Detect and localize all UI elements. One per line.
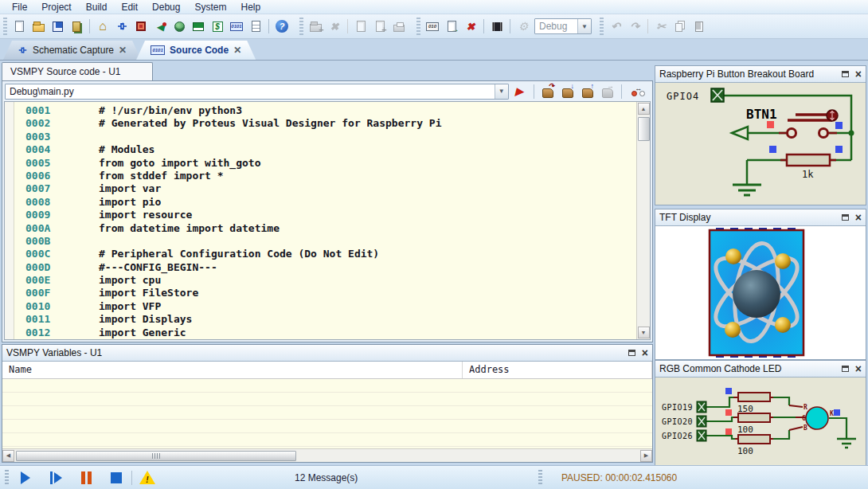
help-button[interactable]: ?: [272, 17, 291, 36]
menu-item[interactable]: Debug: [145, 1, 187, 14]
code-line[interactable]: 0007 import var: [14, 182, 636, 195]
code-line[interactable]: 0010 import VFP: [14, 300, 636, 313]
breakpoint-margin[interactable]: [5, 102, 14, 339]
firmware-button[interactable]: [487, 17, 506, 36]
stop-build-button[interactable]: ✖: [461, 17, 480, 36]
scroll-down-icon[interactable]: ▼: [638, 327, 650, 338]
scroll-right-icon[interactable]: ▶: [640, 450, 652, 462]
code-line[interactable]: 000F import FileStore: [14, 287, 636, 299]
menu-item[interactable]: System: [187, 1, 233, 14]
source-code-button[interactable]: 0101: [227, 17, 246, 36]
toolbar-grip[interactable]: [600, 18, 604, 35]
code-line[interactable]: 000C # Peripheral Configuration Code (Do…: [14, 248, 636, 260]
code-editor[interactable]: 0001 # !/usr/bin/env python3 0002 # Gene…: [4, 101, 651, 340]
code-line[interactable]: 0005 from goto import with_goto: [14, 157, 636, 170]
close-icon[interactable]: ×: [855, 213, 862, 221]
stop-button[interactable]: [104, 468, 128, 487]
delete-sheet-button[interactable]: ✖: [325, 17, 344, 36]
undo-button[interactable]: ↶: [606, 17, 625, 36]
step-over-button[interactable]: [539, 82, 557, 101]
design-explorer-button[interactable]: [246, 17, 265, 36]
float-panel-icon[interactable]: [842, 214, 849, 221]
cut-button[interactable]: ✂: [651, 17, 671, 36]
close-icon[interactable]: ✕: [119, 45, 127, 56]
debug-target-select[interactable]: Debug ▼: [534, 18, 592, 34]
float-panel-icon[interactable]: [628, 350, 635, 356]
close-icon[interactable]: ×: [855, 70, 862, 78]
rebuild-button[interactable]: [442, 17, 461, 36]
variables-horizontal-scrollbar[interactable]: ◀ ▶: [2, 448, 652, 462]
add-file-button[interactable]: [370, 17, 389, 36]
close-project-button[interactable]: [67, 17, 86, 36]
simulation-button[interactable]: ◀: [151, 17, 170, 36]
play-button[interactable]: [14, 468, 37, 487]
menu-item[interactable]: File: [5, 1, 34, 14]
code-line[interactable]: 0004 # Modules: [14, 143, 636, 156]
file-selector[interactable]: Debug\main.py ▼: [5, 84, 509, 100]
code-line[interactable]: 0012 import Generic: [14, 327, 636, 339]
save-project-button[interactable]: [48, 17, 67, 36]
new-project-button[interactable]: [10, 17, 29, 36]
menu-item[interactable]: Build: [79, 1, 115, 14]
redo-button[interactable]: ↷: [625, 17, 644, 36]
code-line[interactable]: 000A from datetime import datetime: [14, 222, 636, 235]
schematic-capture-button[interactable]: [112, 17, 131, 36]
new-sheet-button[interactable]: [351, 17, 370, 36]
code-vertical-scrollbar[interactable]: ▲ ▼: [636, 102, 650, 339]
project-settings-button[interactable]: ⚙: [514, 17, 533, 36]
tft-display-canvas[interactable]: [655, 226, 866, 359]
scroll-left-icon[interactable]: ◀: [2, 450, 14, 462]
tab-schematic-capture[interactable]: Schematic Capture ✕: [3, 41, 141, 60]
menu-item[interactable]: Project: [34, 1, 78, 14]
code-line[interactable]: 000B: [14, 235, 636, 248]
toolbar-grip[interactable]: [299, 18, 303, 35]
run-to-cursor-button[interactable]: [598, 82, 616, 101]
chevron-down-icon[interactable]: ▼: [577, 19, 591, 33]
print-button[interactable]: [389, 17, 409, 36]
build-button[interactable]: 010: [423, 17, 442, 36]
pcb-layout-button[interactable]: [131, 17, 151, 36]
code-line[interactable]: 0003: [14, 131, 636, 143]
home-button[interactable]: ⌂: [93, 17, 112, 36]
close-icon[interactable]: ×: [642, 349, 648, 357]
code-line[interactable]: 000D #---CONFIG_BEGIN---: [14, 261, 636, 274]
close-icon[interactable]: ×: [855, 365, 862, 373]
new-flowchart-button[interactable]: [306, 17, 325, 36]
run-button[interactable]: ▶: [510, 82, 529, 101]
step-button[interactable]: [44, 468, 68, 487]
bill-of-materials-button[interactable]: $: [208, 17, 227, 36]
code-line[interactable]: 0008 import pio: [14, 196, 636, 209]
source-file-tab[interactable]: VSMPY Source code - U1: [2, 62, 153, 80]
code-line[interactable]: 0006 from stddef import *: [14, 170, 636, 182]
pause-button[interactable]: [74, 468, 98, 487]
message-count[interactable]: 12 Message(s): [295, 472, 358, 483]
step-into-button[interactable]: [559, 82, 577, 101]
chevron-down-icon[interactable]: ▼: [495, 84, 508, 99]
library-button[interactable]: [189, 17, 208, 36]
scrollbar-thumb[interactable]: [16, 451, 296, 461]
menu-item[interactable]: Edit: [114, 1, 145, 14]
scroll-up-icon[interactable]: ▲: [638, 103, 650, 115]
toolbar-grip[interactable]: [416, 18, 420, 35]
menu-item[interactable]: Help: [233, 1, 268, 14]
code-line[interactable]: 0011 import Displays: [14, 313, 636, 326]
open-project-button[interactable]: [29, 17, 48, 36]
toggle-breakpoint-button[interactable]: ↔: [627, 82, 650, 101]
paste-button[interactable]: [690, 17, 709, 36]
tab-source-code[interactable]: 0101 Source Code ✕: [136, 41, 256, 60]
scrollbar-thumb[interactable]: [638, 117, 650, 141]
button-board-canvas[interactable]: GPIO4 BTN1 1k: [655, 83, 866, 205]
toolbar-grip[interactable]: [3, 18, 7, 35]
warnings-button[interactable]: !: [135, 468, 159, 487]
code-line[interactable]: 0009 import resource: [14, 209, 636, 221]
copy-button[interactable]: [671, 17, 690, 36]
code-line[interactable]: 000E import cpu: [14, 274, 636, 287]
code-line[interactable]: 0002 # Generated by Proteus Visual Desig…: [14, 117, 636, 130]
column-header-name[interactable]: Name: [2, 362, 463, 378]
rgb-led-canvas[interactable]: GPIO19 GPIO20 GPIO26 150 100 100: [655, 378, 866, 465]
code-line[interactable]: 0001 # !/usr/bin/env python3: [14, 104, 636, 117]
float-panel-icon[interactable]: [842, 366, 849, 372]
column-header-address[interactable]: Address: [463, 362, 652, 378]
variables-list[interactable]: [2, 379, 652, 448]
close-icon[interactable]: ✕: [233, 45, 241, 56]
